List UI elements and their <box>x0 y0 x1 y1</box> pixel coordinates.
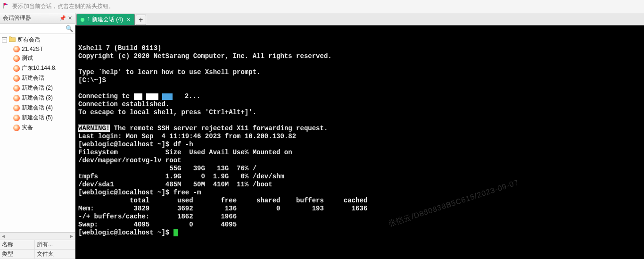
sidebar-title: 会话管理器 <box>3 14 31 22</box>
terminal-output[interactable]: Xshell 7 (Build 0113)Copyright (c) 2020 … <box>75 25 644 259</box>
terminal-line: [weblogic@localhost ~]$ free -m <box>78 189 641 197</box>
session-icon <box>13 115 20 121</box>
terminal-line: Connection established. <box>78 100 641 109</box>
folder-icon <box>9 36 16 43</box>
hint-bar: 要添加当前会话，点击左侧的箭头按钮。 <box>0 0 644 13</box>
terminal-line: total used free shared buffers cached <box>78 197 641 205</box>
prop-row: 名称 所有... <box>0 240 75 250</box>
terminal-line: -/+ buffers/cache: 1862 1966 <box>78 213 641 221</box>
terminal-line: 55G 39G 13G 76% / <box>78 165 641 173</box>
session-item[interactable]: 测试 <box>0 53 75 63</box>
terminal-line: Copyright (c) 2020 NetSarang Computer, I… <box>78 52 641 60</box>
session-icon <box>13 85 20 92</box>
close-tab-icon[interactable]: × <box>127 16 131 23</box>
terminal-line: Xshell 7 (Build 0113) <box>78 44 641 52</box>
session-manager-panel: 会话管理器 📌 ✕ 🔍 − 所有会话 21.42ST 测试 广东10.144.8… <box>0 13 75 259</box>
prop-row: 类型 文件夹 <box>0 250 75 259</box>
session-item[interactable]: 灾备 <box>0 123 75 133</box>
tab-bar: 1 新建会话 (4) × + <box>75 13 644 25</box>
session-icon <box>13 55 20 62</box>
session-item[interactable]: 21.42ST <box>0 45 75 53</box>
collapse-icon[interactable]: − <box>2 37 7 42</box>
tree-root[interactable]: − 所有会话 <box>0 35 75 45</box>
sidebar-header: 会话管理器 📌 ✕ <box>0 13 75 24</box>
prop-value-name: 所有... <box>35 241 53 249</box>
session-item[interactable]: 新建会话 (3) <box>0 93 75 103</box>
close-panel-icon[interactable]: ✕ <box>68 15 72 21</box>
terminal-line: [C:\~]$ <box>78 76 641 84</box>
scroll-right-icon[interactable]: ► <box>69 234 74 239</box>
properties-grid: 名称 所有... 类型 文件夹 <box>0 240 75 259</box>
terminal-line: [weblogic@localhost ~]$ <box>78 229 641 237</box>
terminal-line <box>78 84 641 92</box>
terminal-line: tmpfs 1.9G 0 1.9G 0% /dev/shm <box>78 173 641 181</box>
session-tree: − 所有会话 21.42ST 测试 广东10.144.8. 新建会话 新建会话 … <box>0 34 75 232</box>
tab-active[interactable]: 1 新建会话 (4) × <box>76 14 135 25</box>
terminal-line: Mem: 3829 3692 136 0 193 1636 <box>78 205 641 213</box>
session-item[interactable]: 广东10.144.8. <box>0 63 75 73</box>
tree-root-label: 所有会话 <box>17 36 40 44</box>
session-item[interactable]: 新建会话 (4) <box>0 103 75 113</box>
scroll-left-icon[interactable]: ◄ <box>1 234 6 239</box>
content-area: 1 新建会话 (4) × + Xshell 7 (Build 0113)Copy… <box>75 13 644 259</box>
session-icon <box>13 65 20 72</box>
horizontal-scrollbar[interactable]: ◄► <box>0 233 75 240</box>
terminal-line: /dev/mapper/rootvg-lv_root <box>78 157 641 165</box>
prop-label-name: 名称 <box>0 240 35 249</box>
terminal-line: Last login: Mon Sep 4 11:19:46 2023 from… <box>78 133 641 141</box>
session-item[interactable]: 新建会话 (2) <box>0 83 75 93</box>
terminal-line <box>78 60 641 68</box>
search-icon: 🔍 <box>66 25 73 32</box>
tab-title: 1 新建会话 (4) <box>87 16 123 24</box>
terminal-line <box>78 117 641 125</box>
flag-icon <box>3 2 9 10</box>
terminal-line: Filesystem Size Used Avail Use% Mounted … <box>78 149 641 157</box>
cursor <box>173 229 178 236</box>
terminal-line: To escape to local shell, press 'Ctrl+Al… <box>78 109 641 117</box>
terminal-line: [weblogic@localhost ~]$ df -h <box>78 141 641 149</box>
terminal-line: Type `help' to learn how to use Xshell p… <box>78 68 641 76</box>
prop-value-type: 文件夹 <box>35 250 54 258</box>
session-item[interactable]: 新建会话 (5) <box>0 113 75 123</box>
terminal-line: WARNING! The remote SSH server rejected … <box>78 125 641 133</box>
session-item[interactable]: 新建会话 <box>0 73 75 83</box>
sidebar-search[interactable]: 🔍 <box>0 24 75 34</box>
terminal-line: Swap: 4095 0 4095 <box>78 221 641 229</box>
session-icon <box>13 75 20 82</box>
terminal-line: /dev/sda1 485M 50M 410M 11% /boot <box>78 181 641 189</box>
session-icon <box>13 125 20 131</box>
session-icon <box>13 105 20 111</box>
prop-label-type: 类型 <box>0 250 35 259</box>
pin-icon[interactable]: 📌 <box>59 15 66 21</box>
terminal-line: Connecting tc 2... <box>78 92 641 100</box>
session-icon <box>13 95 20 101</box>
new-tab-button[interactable]: + <box>136 15 146 25</box>
session-icon <box>13 46 20 52</box>
status-dot-icon <box>81 18 84 22</box>
hint-text: 要添加当前会话，点击左侧的箭头按钮。 <box>12 2 114 10</box>
